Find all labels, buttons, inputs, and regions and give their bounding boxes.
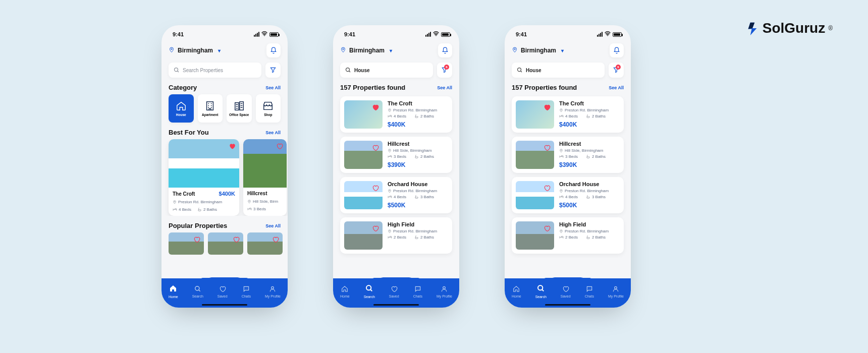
nav-profile[interactable]: My Profile	[608, 285, 624, 298]
popular-see-all[interactable]: See All	[265, 223, 281, 228]
svg-point-12	[346, 68, 350, 72]
category-house[interactable]: House	[169, 94, 194, 123]
popular-thumb[interactable]	[247, 232, 283, 255]
nav-home[interactable]: Home	[340, 285, 350, 298]
home-icon	[513, 285, 520, 293]
nav-saved[interactable]: Saved	[389, 285, 399, 298]
listing-location: Hill Side, Birmingham	[388, 148, 448, 153]
list-item[interactable]: Orchard HousePreston Rd. Birmingham4 Bed…	[340, 177, 452, 213]
list-item[interactable]: High FieldPreston Rd. Birmingham2 Beds2 …	[340, 217, 452, 254]
search-placeholder: Search Properties	[183, 68, 223, 73]
best-see-all[interactable]: See All	[265, 130, 281, 135]
nav-search[interactable]: Search	[192, 285, 203, 298]
nav-saved[interactable]: Saved	[218, 285, 228, 298]
favorite-button[interactable]	[543, 184, 551, 192]
list-item[interactable]: HillcrestHill Side, Birmingham3 Beds2 Ba…	[340, 137, 452, 173]
listing-title: Orchard House	[388, 181, 448, 187]
notifications-button[interactable]	[610, 43, 624, 57]
shop-icon	[262, 100, 274, 111]
bath-icon	[414, 195, 419, 199]
bed-icon	[388, 235, 392, 240]
heart-icon	[544, 225, 551, 232]
property-location: Hill Side, Birm	[247, 199, 283, 204]
svg-point-25	[561, 230, 561, 231]
heart-icon	[391, 285, 398, 293]
property-location: Preston Rd. Birmingham	[173, 200, 235, 204]
baths-stat: 3 Baths	[414, 195, 434, 199]
favorite-button[interactable]	[371, 224, 379, 232]
category-title: Category	[169, 84, 197, 91]
category-shop[interactable]: Shop	[256, 94, 281, 123]
category-see-all[interactable]: See All	[265, 85, 281, 90]
best-title: Best For You	[169, 129, 209, 136]
list-item[interactable]: Orchard HousePreston Rd. Birmingham4 Bed…	[512, 177, 624, 213]
favorite-button[interactable]	[193, 236, 201, 244]
bath-icon	[197, 207, 202, 212]
location-selector[interactable]: Birmingham ▾	[169, 47, 221, 54]
filter-button[interactable]	[265, 63, 281, 78]
popular-thumb[interactable]	[208, 232, 243, 255]
search-input[interactable]: Search Properties	[169, 63, 261, 78]
favorite-button[interactable]	[371, 103, 379, 111]
bed-icon	[388, 195, 392, 199]
nav-chats[interactable]: Chats	[242, 285, 251, 298]
popular-thumb[interactable]	[169, 232, 204, 255]
nav-home[interactable]: Home	[512, 285, 521, 298]
filter-button[interactable]: 6	[437, 63, 452, 78]
nav-home[interactable]: Home	[169, 284, 178, 299]
location-selector[interactable]: Birmingham ▾	[512, 47, 564, 54]
list-item[interactable]: HillcrestHill Side, Birmingham3 Beds2 Ba…	[512, 137, 624, 173]
listing-location: Hill Side, Birmingham	[559, 148, 620, 153]
nav-search[interactable]: Search	[535, 284, 547, 299]
bed-icon	[173, 207, 177, 212]
property-name: The Croft	[173, 191, 195, 197]
beds-stat: 4 Beds	[388, 114, 406, 119]
favorite-button[interactable]	[543, 103, 551, 111]
search-icon	[345, 67, 351, 73]
listing-image	[516, 100, 554, 129]
list-item[interactable]: The CroftPreston Rd. Birmingham4 Beds2 B…	[512, 96, 624, 133]
favorite-button[interactable]	[276, 142, 284, 150]
favorite-button[interactable]	[543, 144, 551, 152]
category-office-space[interactable]: Office Space	[227, 94, 252, 123]
nav-chats[interactable]: Chats	[413, 285, 422, 298]
listing-title: High Field	[559, 221, 620, 227]
favorite-button[interactable]	[371, 144, 379, 152]
nav-saved[interactable]: Saved	[561, 285, 571, 298]
svg-point-8	[195, 286, 199, 290]
status-time: 9:41	[344, 31, 355, 37]
svg-point-22	[561, 109, 561, 110]
svg-point-18	[443, 286, 446, 289]
favorite-button[interactable]	[228, 142, 236, 150]
listing-image	[516, 181, 554, 209]
nav-search[interactable]: Search	[364, 284, 375, 299]
category-apartment[interactable]: Apartment	[198, 94, 223, 123]
listing-price: $390K	[388, 161, 448, 168]
heart-icon	[372, 144, 379, 151]
property-card[interactable]: Hillcrest Hill Side, Birm 3 Beds	[243, 139, 287, 216]
search-icon	[365, 284, 373, 294]
favorite-button[interactable]	[543, 224, 551, 232]
nav-profile[interactable]: My Profile	[265, 285, 281, 298]
heart-icon	[372, 225, 379, 232]
search-input[interactable]: House	[512, 63, 605, 78]
category-label: Shop	[264, 113, 272, 116]
list-item[interactable]: High FieldPreston Rd. Birmingham2 Beds2 …	[512, 217, 624, 254]
category-label: Office Space	[229, 113, 249, 116]
search-input[interactable]: House	[340, 63, 433, 78]
property-card[interactable]: The Croft $400K Preston Rd. Birmingham 4…	[169, 139, 239, 216]
results-see-all[interactable]: See All	[437, 85, 452, 90]
favorite-button[interactable]	[371, 184, 379, 192]
notifications-button[interactable]	[438, 43, 452, 57]
favorite-button[interactable]	[232, 236, 240, 244]
filter-button[interactable]: 6	[609, 63, 624, 78]
location-selector[interactable]: Birmingham ▾	[340, 47, 392, 54]
nav-chats[interactable]: Chats	[585, 285, 594, 298]
notifications-button[interactable]	[266, 43, 281, 57]
list-item[interactable]: The CroftPreston Rd. Birmingham4 Beds2 B…	[340, 96, 452, 133]
nav-profile[interactable]: My Profile	[437, 285, 452, 298]
heart-icon	[544, 144, 551, 151]
status-bar: 9:41	[333, 25, 459, 40]
results-see-all[interactable]: See All	[609, 85, 624, 90]
favorite-button[interactable]	[272, 236, 280, 244]
